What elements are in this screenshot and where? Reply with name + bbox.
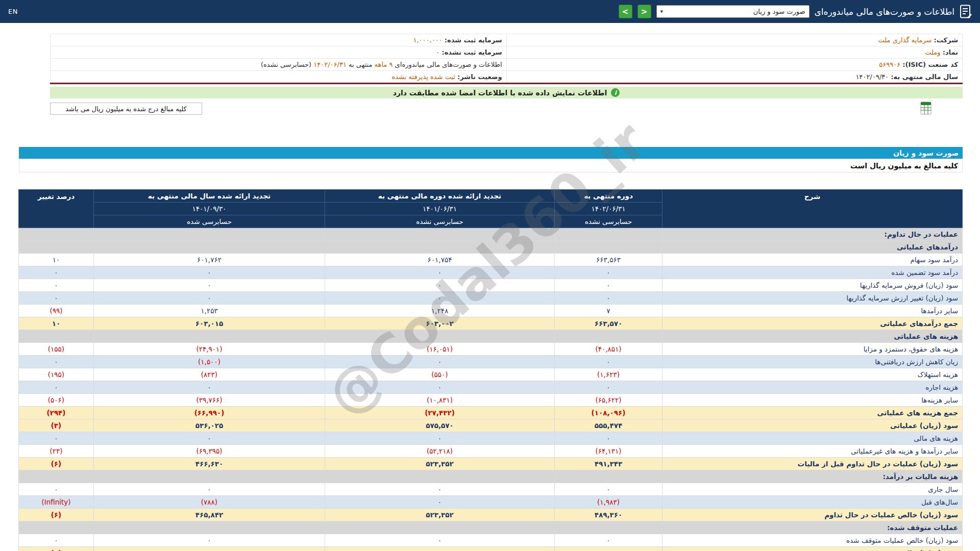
row-label: هزینه استهلاک: [663, 368, 963, 381]
percent-change-cell: [19, 521, 94, 534]
header-percent-change: درصد تغییر: [19, 190, 94, 228]
table-row: هزینه اجاره۰۰۰۰: [19, 381, 963, 394]
table-row: هزینه استهلاک(۱,۶۲۳)(۵۵۰)(۸۲۳)(۱۹۵): [19, 368, 963, 381]
row-label: جمع درآمدهای عملیاتی: [663, 317, 963, 330]
language-toggle-en[interactable]: EN: [8, 8, 18, 15]
value-cell: [555, 228, 663, 241]
value-cell: (۳۹,۷۶۶): [94, 394, 325, 407]
percent-change-cell: ۰: [19, 266, 94, 279]
section-row: درآمدهای عملیاتی: [19, 241, 963, 254]
page-title: اطلاعات و صورت‌های مالی میاندوره‌ای: [815, 7, 955, 17]
section-row: هزینه های عملیاتی: [19, 330, 963, 343]
row-label: درآمد سود سهام: [663, 254, 963, 266]
percent-change-cell: (۹۹): [19, 305, 94, 317]
value-cell: (۵۵۰): [325, 368, 555, 381]
value-cell: ۵۳۶,۰۲۵: [94, 419, 325, 432]
percent-change-cell: ۰: [19, 483, 94, 496]
value-cell: ۰: [94, 266, 325, 279]
row-label: عملیات متوقف شده:: [663, 521, 963, 534]
value-cell: ۰: [94, 483, 325, 496]
row-label: درآمد سود تضمین شده: [663, 266, 963, 279]
symbol-value: وملت: [925, 48, 940, 56]
header-restated-year-date: ۱۴۰۱/۰۹/۳۰: [94, 203, 325, 215]
value-cell: ۰: [325, 534, 555, 547]
amounts-note-text: کلیه مبالغ درج شده به میلیون ریال می باش…: [65, 105, 187, 113]
row-label: جمع هزینه های عملیاتی: [663, 407, 963, 419]
period-info-middle: منتهی به: [349, 61, 372, 68]
table-row: درآمد سود سهام۶۶۳,۵۶۳۶۰۱,۷۵۴۶۰۱,۷۶۲۱۰: [19, 254, 963, 266]
header-period-title: دوره منتهی به: [555, 190, 663, 203]
info-row: سال مالی منتهی به: ۱۴۰۲/۰۹/۳۰ وضعیت ناشر…: [51, 71, 963, 84]
period-info-date: ۱۴۰۲/۰۶/۳۱: [313, 61, 347, 68]
chevron-left-icon: <: [622, 7, 629, 16]
percent-change-cell: ۱۰: [19, 317, 94, 330]
table-row: سود (زیان) خالص عملیات متوقف شده۰۰۰۰: [19, 534, 963, 547]
value-cell: ۴۶۶,۶۳۰: [94, 458, 325, 470]
value-cell: (۲۷,۴۳۲): [325, 407, 555, 419]
chevron-right-icon: >: [641, 7, 648, 16]
statement-select[interactable]: صورت سود و زیان ▾: [656, 5, 810, 18]
company-info-panel: شرکت: سرمایه گذاری ملت سرمایه ثبت شده: ۱…: [50, 34, 963, 84]
section-row: عملیات متوقف شده:: [19, 521, 963, 534]
info-row: شرکت: سرمایه گذاری ملت سرمایه ثبت شده: ۱…: [51, 34, 963, 46]
percent-change-cell: ۰: [19, 356, 94, 368]
value-cell: (۱۰۸,۰۹۶): [555, 407, 663, 419]
header-restated-period-audit: حسابرسی نشده: [325, 215, 555, 228]
value-cell: ۶۶۳,۵۶۳: [555, 254, 663, 266]
value-cell: ۰: [325, 279, 555, 292]
percent-change-cell: ۰: [19, 534, 94, 547]
table-row: سود (زیان) خالص عملیات در حال تداوم۴۸۹,۳…: [19, 509, 963, 521]
signed-message-text: اطلاعات نمایش داده شده با اطلاعات امضا ش…: [393, 89, 607, 97]
table-row: هزینه های مالی۰۰۰۰: [19, 432, 963, 445]
percent-change-cell: (۱۵۵): [19, 343, 94, 356]
value-cell: ۰: [555, 381, 663, 394]
value-cell: [325, 470, 555, 483]
value-cell: ۵۲۳,۳۵۲: [325, 509, 555, 521]
value-cell: ۰: [325, 381, 555, 394]
period-info-months: ۹ ماهه: [375, 61, 393, 68]
row-label: هزینه های عملیاتی: [663, 330, 963, 343]
period-info-suffix: (حسابرسی نشده): [261, 61, 311, 68]
value-cell: ۰: [325, 292, 555, 305]
info-icon: i: [611, 88, 620, 97]
value-cell: [94, 521, 325, 534]
percent-change-cell: [19, 470, 94, 483]
header-description: شرح: [663, 190, 963, 228]
row-label: هزینه های مالی: [663, 432, 963, 445]
percent-change-cell: [19, 228, 94, 241]
percent-change-cell: (۲۳): [19, 445, 94, 458]
value-cell: ۴۹۱,۳۴۳: [555, 458, 663, 470]
value-cell: ۰: [325, 432, 555, 445]
value-cell: (۶۶,۹۹۰): [94, 407, 325, 419]
table-header: شرح دوره منتهی به تجدید ارائه شده دوره م…: [19, 190, 963, 228]
table-row: هزینه های حقوق، دستمزد و مزایا(۴۰,۸۵۱)(۱…: [19, 343, 963, 356]
row-label: زیان کاهش ارزش دریافتنی‌ها: [663, 356, 963, 368]
table-row: درآمد سود تضمین شده۰۰۰۰: [19, 266, 963, 279]
export-excel-icon[interactable]: [920, 102, 932, 115]
row-label: عملیات در حال تداوم:: [663, 228, 963, 241]
value-cell: ۰: [94, 381, 325, 394]
row-label: سود (زیان) خالص عملیات در حال تداوم: [663, 509, 963, 521]
value-cell: [325, 228, 555, 241]
statement-title-bar: صورت سود و زیان: [19, 147, 963, 159]
value-cell: [325, 241, 555, 254]
currency-note-row: کلیه مبالغ به میلیون ریال است: [19, 159, 963, 172]
registered-capital-value: ۱,۰۰۰,۰۰۰: [413, 36, 442, 44]
pl-table-body: عملیات در حال تداوم:درآمدهای عملیاتیدرآم…: [19, 228, 963, 551]
value-cell: (۵۲,۲۱۸): [325, 445, 555, 458]
company-info-table: شرکت: سرمایه گذاری ملت سرمایه ثبت شده: ۱…: [50, 34, 963, 84]
value-cell: ۰: [555, 432, 663, 445]
row-label: سایر درآمدها و هزینه های غیرعملیاتی: [663, 445, 963, 458]
percent-change-cell: (۶): [19, 547, 94, 551]
profit-loss-table-wrap: شرح دوره منتهی به تجدید ارائه شده دوره م…: [19, 189, 963, 551]
chevron-down-icon: ▾: [660, 8, 664, 15]
percent-change-cell: ۰: [19, 292, 94, 305]
row-label: سایر درآمدها: [663, 305, 963, 317]
info-row: نماد: وملت سرمایه ثبت نشده: ۰: [51, 46, 963, 59]
table-row: سود (زیان) فروش سرمایه گذاریها۰۰۰۰: [19, 279, 963, 292]
prev-statement-button[interactable]: <: [619, 5, 632, 18]
table-row: سال جاری۰۰۰۰: [19, 483, 963, 496]
table-row: سود (زیان) خالص۴۸۹,۳۶۰۵۲۳,۳۵۲۴۶۵,۸۴۲(۶): [19, 547, 963, 551]
value-cell: [94, 228, 325, 241]
next-statement-button[interactable]: >: [638, 5, 651, 18]
